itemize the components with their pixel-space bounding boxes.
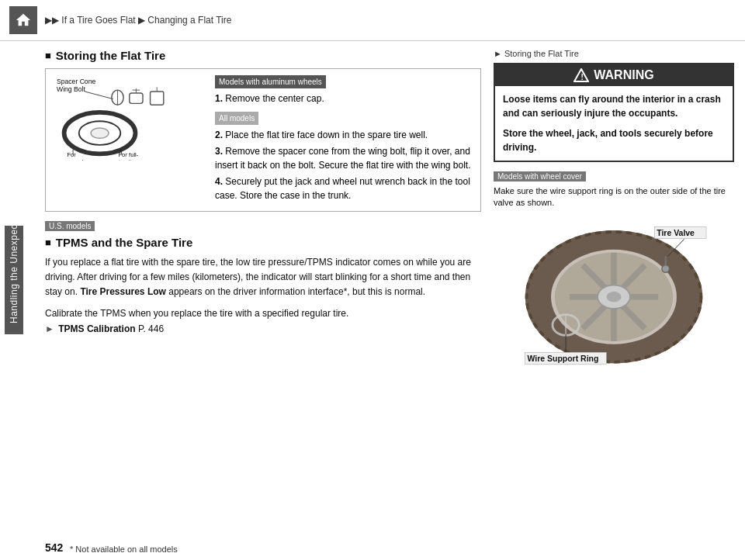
calibrate-text: Calibrate the TPMS when you replace the … bbox=[45, 306, 481, 320]
warning-header: ! WARNING bbox=[495, 64, 733, 86]
step-1: 1. Remove the center cap. bbox=[215, 92, 474, 105]
svg-text:Wing Bolt: Wing Bolt bbox=[57, 85, 85, 93]
tpms-paragraph: If you replace a flat tire with the spar… bbox=[45, 255, 481, 300]
svg-point-34 bbox=[662, 265, 670, 273]
svg-text:Wire Support Ring: Wire Support Ring bbox=[528, 354, 599, 362]
step-4: 4. Securely put the jack and wheel nut w… bbox=[215, 175, 474, 202]
us-tag: U.S. models bbox=[45, 221, 95, 231]
warning-box: ! WARNING Loose items can fly around the… bbox=[494, 63, 734, 162]
diagram-box: Spacer Cone Wing Bolt bbox=[45, 68, 481, 212]
breadcrumb: ▶▶ If a Tire Goes Flat ▶ Changing a Flat… bbox=[45, 15, 231, 26]
svg-text:Spacer Cone: Spacer Cone bbox=[57, 78, 95, 85]
home-icon[interactable] bbox=[9, 6, 37, 34]
svg-point-30 bbox=[606, 292, 621, 302]
svg-text:Tire Valve: Tire Valve bbox=[657, 228, 695, 237]
tire-diagram-svg: Spacer Cone Wing Bolt bbox=[52, 75, 199, 161]
aluminum-tag: Models with aluminum wheels bbox=[215, 75, 326, 88]
right-breadcrumb-icon: ► bbox=[494, 49, 502, 58]
svg-point-12 bbox=[91, 128, 109, 138]
steps-all-models: 2. Place the flat tire face down in the … bbox=[215, 128, 474, 202]
warning-body: Loose items can fly around the interior … bbox=[495, 86, 733, 161]
page-number: 542 bbox=[45, 541, 63, 554]
storing-title: Storing the Flat Tire bbox=[45, 49, 481, 62]
tpms-title: TPMS and the Spare Tire bbox=[45, 236, 481, 249]
footnote: * Not available on all models bbox=[70, 544, 178, 554]
triangle-svg: ! bbox=[573, 68, 589, 82]
wheel-illustration-svg: Tire Valve Wire Support Ring bbox=[494, 216, 734, 371]
svg-text:compact: compact bbox=[61, 158, 85, 161]
svg-text:size tire: size tire bbox=[116, 158, 137, 161]
diagram-steps: Models with aluminum wheels 1. Remove th… bbox=[215, 75, 474, 205]
svg-text:For: For bbox=[67, 151, 76, 158]
svg-rect-5 bbox=[130, 93, 143, 103]
wheel-cover-text: Make sure the wire support ring is on th… bbox=[494, 185, 734, 209]
header: ▶▶ If a Tire Goes Flat ▶ Changing a Flat… bbox=[0, 0, 745, 41]
sidebar-tab: Handling the Unexpected bbox=[5, 226, 23, 334]
wheel-cover-tag: Models with wheel cover bbox=[494, 171, 586, 181]
calibrate-arrow-icon: ► bbox=[45, 323, 54, 334]
main-content: Storing the Flat Tire Spacer Cone Wing B… bbox=[0, 41, 745, 531]
wheel-image-container: Tire Valve Wire Support Ring bbox=[494, 216, 734, 373]
svg-rect-8 bbox=[151, 92, 164, 105]
us-models-section: U.S. models TPMS and the Spare Tire If y… bbox=[45, 220, 481, 334]
steps-aluminum: 1. Remove the center cap. bbox=[215, 92, 474, 105]
step-2: 2. Place the flat tire face down in the … bbox=[215, 128, 474, 142]
left-column: Storing the Flat Tire Spacer Cone Wing B… bbox=[45, 49, 481, 524]
calibrate-link: ► TPMS Calibration P. 446 bbox=[45, 323, 481, 334]
warning-triangle-icon: ! bbox=[573, 68, 589, 82]
svg-text:!: ! bbox=[581, 73, 584, 81]
right-breadcrumb: ► Storing the Flat Tire bbox=[494, 49, 734, 58]
all-models-tag: All models bbox=[215, 112, 258, 125]
tire-diagram: Spacer Cone Wing Bolt bbox=[52, 75, 207, 163]
svg-line-2 bbox=[85, 92, 113, 99]
right-column: ► Storing the Flat Tire ! WARNING Loose … bbox=[494, 49, 734, 524]
step-3: 3. Remove the spacer cone from the wing … bbox=[215, 144, 474, 172]
home-svg bbox=[15, 12, 32, 29]
